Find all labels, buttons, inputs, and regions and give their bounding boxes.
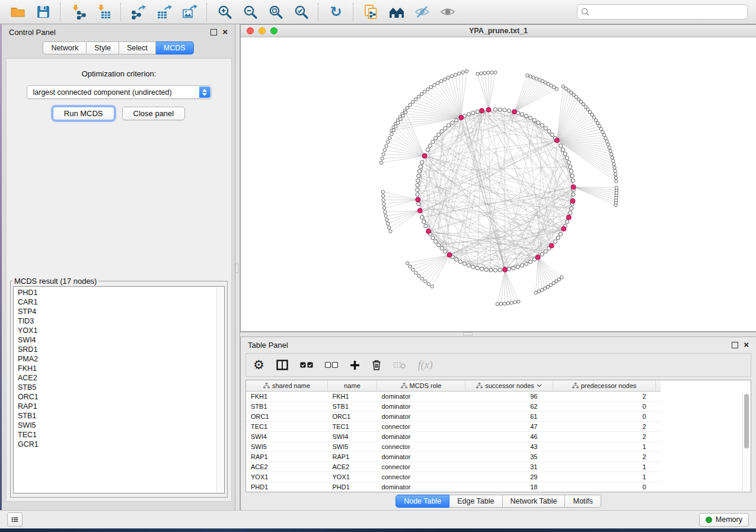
mcds-result-item[interactable]: GCR1 [18,440,224,449]
open-session-button[interactable] [5,2,30,22]
horizontal-splitter[interactable] [240,332,756,337]
tab-style[interactable]: Style [87,41,119,55]
mcds-result-item[interactable]: ORC1 [18,392,224,402]
delete-table-button[interactable] [393,361,406,369]
mcds-hub-node[interactable] [447,252,452,257]
mcds-result-item[interactable]: FKH1 [18,364,224,373]
table-panel-float-button[interactable] [732,342,738,348]
table-row[interactable]: SWI5SWI5connector431 [246,442,661,452]
mcds-hub-node[interactable] [535,255,540,259]
network-canvas[interactable] [241,37,756,331]
mcds-result-item[interactable]: ACE2 [18,373,224,383]
mcds-hub-node[interactable] [566,215,571,220]
table-settings-button[interactable]: ⚙ [253,359,264,371]
column-header-successor-nodes[interactable]: successor nodes [465,380,553,392]
mcds-result-item[interactable]: PMA2 [18,354,224,364]
mcds-result-item[interactable]: YOX1 [18,326,224,335]
mcds-hub-node[interactable] [417,209,422,213]
show-all-button[interactable] [435,2,460,22]
mcds-hub-node[interactable] [554,138,559,143]
mcds-hub-node[interactable] [562,226,566,231]
mcds-hub-node[interactable] [570,198,575,203]
mcds-hub-node[interactable] [416,197,420,202]
delete-column-button[interactable] [372,360,381,370]
task-history-button[interactable] [7,512,23,527]
run-mcds-button[interactable]: Run MCDS [53,107,114,120]
table-row[interactable]: SWI4SWI4dominator462 [246,432,661,442]
scrollbar-thumb[interactable] [744,394,749,448]
mcds-result-item[interactable]: STB5 [18,383,224,392]
mcds-hub-node[interactable] [503,267,508,272]
select-all-button[interactable] [300,362,313,368]
column-header-shared-name[interactable]: shared name [246,380,328,392]
mcds-result-item[interactable]: RAP1 [18,402,224,411]
duplicate-network-button[interactable] [358,2,384,22]
network-window-titlebar[interactable]: YPA_prune.txt_1 [241,25,756,37]
mcds-hub-node[interactable] [422,153,427,158]
mcds-result-list[interactable]: PHD1CAR1STP4TID3YOX1SWI4SRD1PMA2FKH1ACE2… [13,286,225,493]
table-row[interactable]: RAP1RAP1dominator352 [246,452,661,462]
first-neighbors-button[interactable] [384,2,409,22]
tab-node-table[interactable]: Node Table [395,495,449,508]
mcds-result-item[interactable]: CAR1 [18,297,224,307]
mcds-hub-node[interactable] [486,107,491,112]
mcds-result-item[interactable]: PHD1 [18,288,224,297]
criterion-dropdown[interactable]: largest connected component (undirected) [27,85,212,99]
table-row[interactable]: STB1STB1dominator620 [246,402,661,412]
export-table-button[interactable] [151,2,177,22]
deselect-all-button[interactable] [325,362,338,368]
apply-function-button[interactable]: f(x) [418,359,433,371]
tab-select[interactable]: Select [119,41,156,55]
mcds-result-item[interactable]: TID3 [18,316,224,326]
mcds-hub-node[interactable] [480,108,484,113]
save-session-button[interactable] [30,2,56,22]
split-view-button[interactable] [276,360,288,370]
zoom-out-button[interactable] [237,2,263,22]
splitter-grip[interactable] [235,264,238,273]
mcds-hub-node[interactable] [459,115,464,120]
add-column-button[interactable] [350,360,360,370]
table-row[interactable]: PHD1PHD1dominator180 [246,482,661,492]
tab-network-table[interactable]: Network Table [503,495,566,508]
zoom-in-button[interactable] [212,2,237,22]
mcds-hub-node[interactable] [549,243,554,248]
splitter-grip[interactable] [463,332,473,335]
zoom-selected-button[interactable] [288,2,314,22]
table-row[interactable]: ORC1ORC1dominator610 [246,412,661,422]
hide-selected-button[interactable] [409,2,435,22]
table-row[interactable]: TEC1TEC1connector472 [246,422,661,432]
tab-edge-table[interactable]: Edge Table [449,495,502,508]
mcds-result-item[interactable]: SWI5 [18,421,224,430]
import-network-button[interactable] [65,2,91,22]
tab-network[interactable]: Network [43,41,87,55]
tab-motifs[interactable]: Motifs [565,495,601,508]
mcds-result-item[interactable]: STB1 [18,411,224,421]
table-row[interactable]: FKH1FKH1dominator962 [246,392,661,402]
table-row[interactable]: YOX1YOX1connector291 [246,472,661,482]
memory-button[interactable]: Memory [699,513,749,527]
vertical-splitter[interactable] [235,24,240,510]
export-image-button[interactable] [177,2,202,22]
table-scrollbar[interactable] [742,392,750,491]
mcds-hub-node[interactable] [571,185,576,190]
column-header-name[interactable]: name [328,380,377,392]
column-header-mcds-role[interactable]: MCDS role [377,380,465,392]
control-panel-float-button[interactable] [210,29,217,36]
mcds-result-item[interactable]: SWI4 [18,335,224,345]
tab-mcds[interactable]: MCDS [156,41,194,55]
control-panel-close-button[interactable]: × [222,28,228,36]
mcds-hub-node[interactable] [512,110,516,114]
table-panel-close-button[interactable]: × [744,341,749,348]
export-network-button[interactable] [126,2,151,22]
import-table-button[interactable] [91,2,116,22]
zoom-fit-button[interactable] [263,2,288,22]
refresh-layout-button[interactable]: ↻ [323,2,349,22]
mcds-list-scrollbar[interactable] [216,287,224,492]
mcds-result-item[interactable]: SRD1 [18,345,224,354]
search-input[interactable] [577,4,748,20]
column-header-predecessor-nodes[interactable]: predecessor nodes [553,380,656,392]
table-row[interactable]: ACE2ACE2connector311 [246,462,661,472]
mcds-result-item[interactable]: STP4 [18,307,224,316]
mcds-hub-node[interactable] [426,229,431,233]
close-mcds-panel-button[interactable]: Close panel [122,107,186,120]
